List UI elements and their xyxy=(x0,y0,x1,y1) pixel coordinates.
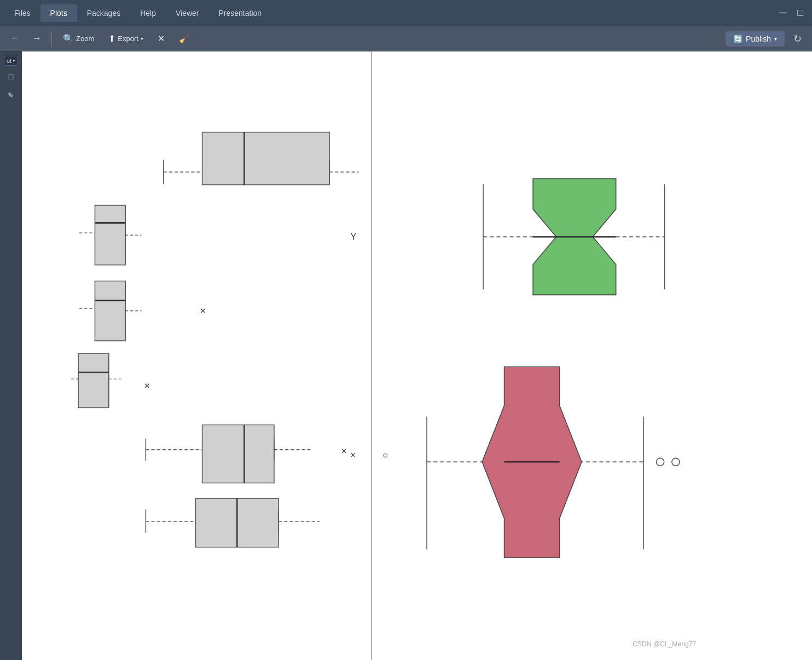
plot-area: × × × xyxy=(22,51,812,660)
left-sidebar: ot ▾ □ ✎ xyxy=(0,51,22,660)
plot-svg: × × × xyxy=(22,51,812,660)
publish-chevron-icon: ▾ xyxy=(774,36,777,42)
main-content: ot ▾ □ ✎ xyxy=(0,51,812,660)
publish-icon: 🔄 xyxy=(733,34,743,43)
svg-rect-30 xyxy=(202,425,274,483)
svg-rect-0 xyxy=(30,51,812,660)
svg-rect-4 xyxy=(202,132,330,185)
tab-help[interactable]: Help xyxy=(130,4,166,22)
tab-plots[interactable]: Plots xyxy=(40,4,77,22)
svg-rect-10 xyxy=(95,205,125,265)
maximize-button[interactable]: □ xyxy=(793,5,808,21)
refresh-icon: ↻ xyxy=(793,33,802,45)
sidebar-dropdown-chevron-icon: ▾ xyxy=(13,58,15,63)
forward-button[interactable]: → xyxy=(27,31,46,47)
clear-icon: ✕ xyxy=(158,33,165,44)
svg-text:○: ○ xyxy=(382,450,388,460)
zoom-label: Zoom xyxy=(76,34,94,43)
minimize-button[interactable]: ─ xyxy=(775,5,791,21)
broom-icon: 🧹 xyxy=(179,33,190,44)
sidebar-dropdown-label: ot xyxy=(7,57,11,64)
svg-rect-16 xyxy=(95,281,125,341)
export-chevron-icon: ▾ xyxy=(141,36,143,42)
tab-presentation[interactable]: Presentation xyxy=(209,4,272,22)
zoom-icon: 🔍 xyxy=(63,33,74,44)
tab-viewer[interactable]: Viewer xyxy=(166,4,209,22)
toolbar: ← → 🔍 Zoom ⬆ Export ▾ ✕ 🧹 🔄 Publish ▾ ↻ xyxy=(0,26,812,51)
export-label: Export xyxy=(118,34,138,43)
sidebar-dropdown[interactable]: ot ▾ xyxy=(4,56,18,66)
svg-text:×: × xyxy=(350,450,355,460)
svg-text:CSDN @CL_Meng77: CSDN @CL_Meng77 xyxy=(633,640,696,648)
sidebar-icon-draw[interactable]: ✎ xyxy=(3,88,19,103)
export-icon: ⬆ xyxy=(108,33,115,44)
svg-rect-23 xyxy=(78,354,109,408)
rect-icon: □ xyxy=(9,72,13,81)
zoom-button[interactable]: 🔍 Zoom xyxy=(57,31,100,47)
panel-container: Files Plots Packages Help Viewer Present… xyxy=(0,0,812,660)
tab-files[interactable]: Files xyxy=(4,4,40,22)
broom-button[interactable]: 🧹 xyxy=(173,31,195,47)
svg-text:×: × xyxy=(341,445,347,456)
sidebar-icon-rect[interactable]: □ xyxy=(3,69,19,84)
tab-bar: Files Plots Packages Help Viewer Present… xyxy=(0,0,812,26)
clear-button[interactable]: ✕ xyxy=(152,31,170,47)
svg-text:×: × xyxy=(144,380,150,391)
tab-packages[interactable]: Packages xyxy=(77,4,130,22)
svg-text:×: × xyxy=(200,305,206,316)
svg-text:Y: Y xyxy=(350,231,356,241)
toolbar-separator-1 xyxy=(51,31,52,47)
back-button[interactable]: ← xyxy=(5,31,24,47)
draw-icon: ✎ xyxy=(8,91,14,100)
export-button[interactable]: ⬆ Export ▾ xyxy=(103,31,149,47)
publish-label: Publish xyxy=(746,34,771,43)
publish-button[interactable]: 🔄 Publish ▾ xyxy=(726,31,785,47)
refresh-button[interactable]: ↻ xyxy=(788,30,807,48)
